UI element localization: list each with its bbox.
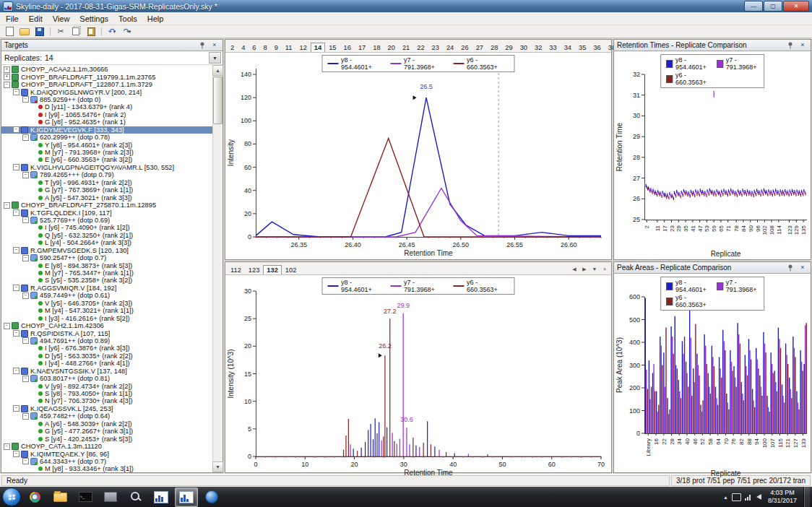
tree-transition-row[interactable]: I [y6] - 676.3876+ (rank 3[3]) <box>1 344 212 352</box>
tree-precursor-row[interactable]: −494.7691++ (dotp 0.89) <box>1 337 212 344</box>
tab-scroll-right-icon[interactable]: ▶ <box>580 265 589 273</box>
tree-transition-row[interactable]: M [y4] - 547.3021+ (rank 1[1]) <box>1 307 212 314</box>
tree-transition-row[interactable]: T [y9] - 996.4931+ (rank 2[2]) <box>1 179 212 186</box>
new-document-button[interactable] <box>3 26 16 37</box>
collapse-box-icon[interactable]: − <box>22 96 29 103</box>
tree-precursor-row[interactable]: −620.2999++ (dotp 0.78) <box>1 134 212 141</box>
peak-areas-body[interactable]: y8 - 954.4601+y7 - 791.3968+y6 - 660.356… <box>614 274 811 472</box>
tree-transition-row[interactable]: G [y7] - 767.3869+ (rank 1[1]) <box>1 186 212 194</box>
collapse-box-icon[interactable]: − <box>22 413 29 420</box>
replicate-tab-34[interactable]: 34 <box>561 43 575 52</box>
tree-transition-row[interactable]: V [y5] - 646.3705+ (rank 2[3]) <box>1 300 212 307</box>
taskbar-chrome[interactable] <box>23 488 46 507</box>
display-icon[interactable] <box>732 493 741 501</box>
collapse-box-icon[interactable]: − <box>13 89 20 95</box>
tab-scroll-left-icon[interactable]: ◀ <box>570 265 579 273</box>
tree-precursor-row[interactable]: −789.4265+++ (dotp 0.79) <box>1 171 212 178</box>
pin-icon[interactable] <box>197 41 207 50</box>
taskbar-skyline-1[interactable] <box>150 488 173 507</box>
replicate-tab-18[interactable]: 18 <box>369 43 384 52</box>
collapse-box-icon[interactable]: − <box>22 134 29 141</box>
close-panel-icon[interactable]: × <box>210 41 220 50</box>
tree-protein-row[interactable]: −CHOYP_CAH2.1.1m.42306 <box>1 322 212 329</box>
tree-transition-row[interactable]: Y [y8] - 954.4601+ (rank 2[3]) <box>1 141 212 148</box>
collapse-box-icon[interactable]: − <box>22 172 29 178</box>
tree-peptide-row[interactable]: −R.GMPEMVSGEDK.S [120, 130] <box>1 247 212 254</box>
tree-peptide-row[interactable]: −K.NAEVSNTGSSIK.V [137, 148] <box>1 368 212 375</box>
chevron-down-icon[interactable]: ▼ <box>209 52 221 64</box>
replicate-tab-6[interactable]: 6 <box>249 43 259 52</box>
collapse-box-icon[interactable]: − <box>22 458 29 464</box>
tree-transition-row[interactable]: G [y8] - 952.4635+ (rank 1) <box>1 118 212 126</box>
tree-transition-row[interactable]: I [y9] - 1065.5476+ (rank 2) <box>1 111 212 118</box>
taskbar-explorer[interactable] <box>48 488 72 507</box>
bottom-chromatogram-chart[interactable]: 010203040506070051015202530Retention Tim… <box>225 275 610 478</box>
collapse-box-icon[interactable]: − <box>13 405 20 412</box>
replicate-tab-123[interactable]: 123 <box>245 265 264 274</box>
collapse-box-icon[interactable]: − <box>4 323 10 329</box>
tree-transition-row[interactable]: L [y4] - 504.2664+ (rank 3[3]) <box>1 239 212 246</box>
taskbar-browser[interactable] <box>200 488 223 507</box>
collapse-box-icon[interactable]: − <box>4 443 10 450</box>
menu-tools[interactable]: Tools <box>113 14 142 24</box>
collapse-box-icon[interactable]: − <box>22 292 29 299</box>
replicate-tab-9[interactable]: 9 <box>271 43 282 52</box>
tree-transition-row[interactable]: Q [y5] - 632.3250+ (rank 2[1]) <box>1 232 212 239</box>
replicate-tab-27[interactable]: 27 <box>472 43 487 52</box>
replicate-tab-112[interactable]: 112 <box>227 265 245 274</box>
replicate-tab-16[interactable]: 16 <box>340 43 355 52</box>
cut-button[interactable]: ✂ <box>54 26 67 37</box>
tree-peptide-row[interactable]: −K.DAIQDYIGSLNWGYR.V [200, 214] <box>1 88 212 95</box>
bottom-chromatogram-body[interactable]: y8 - 954.4601+y7 - 791.3968+y6 - 660.356… <box>225 275 611 472</box>
pin-icon[interactable] <box>785 41 795 50</box>
volume-icon[interactable] <box>756 494 761 500</box>
collapse-box-icon[interactable]: − <box>13 126 20 133</box>
tree-peptide-row[interactable]: −R.AGGSVMIQR.V [184, 192] <box>1 285 212 292</box>
tree-transition-row[interactable]: N [y7] - 706.3730+ (rank 4[3]) <box>1 397 212 404</box>
replicate-tab-2[interactable]: 2 <box>227 43 238 52</box>
replicate-tab-33[interactable]: 33 <box>545 43 560 52</box>
menu-settings[interactable]: Settings <box>74 14 113 24</box>
minimize-button[interactable]: — <box>744 1 763 12</box>
collapse-box-icon[interactable]: − <box>4 82 10 88</box>
tree-transition-row[interactable]: G [y5] - 477.2667+ (rank 3[1]) <box>1 428 212 435</box>
tree-transition-row[interactable]: D [y11] - 1343.6379+ (rank 4) <box>1 103 212 110</box>
collapse-box-icon[interactable]: − <box>13 285 20 291</box>
paste-button[interactable] <box>85 26 98 37</box>
replicate-tab-23[interactable]: 23 <box>428 43 443 52</box>
tree-transition-row[interactable]: E [y6] - 660.3563+ (rank 3[2]) <box>1 156 212 163</box>
scroll-up-icon[interactable]: ▲ <box>212 65 223 76</box>
save-button[interactable] <box>33 26 46 37</box>
tree-transition-row[interactable]: I [y3] - 416.2616+ (rank 5[2]) <box>1 314 212 321</box>
open-button[interactable] <box>18 26 31 37</box>
tree-transition-row[interactable]: A [y6] - 548.3039+ (rank 2[2]) <box>1 420 212 428</box>
replicate-tab-4[interactable]: 4 <box>238 43 249 52</box>
tree-protein-row[interactable]: −CHOYP_CATA.1.3m.11120 <box>1 443 212 450</box>
replicate-tab-29[interactable]: 29 <box>501 43 516 52</box>
tree-precursor-row[interactable]: −603.8017++ (dotp 0.81) <box>1 375 212 382</box>
collapse-box-icon[interactable]: − <box>22 376 29 382</box>
tree-precursor-row[interactable]: −459.7449++ (dotp 0.61) <box>1 292 212 299</box>
tree-peptide-row[interactable]: −K.IQEAGSSVK.L [245, 253] <box>1 405 212 412</box>
tree-precursor-row[interactable]: −525.7769++ (dotp 0.69) <box>1 217 212 224</box>
tree-transition-row[interactable]: I [y4] - 448.2766+ (rank 4[1]) <box>1 360 212 367</box>
collapse-box-icon[interactable]: − <box>13 368 20 374</box>
replicate-tab-20[interactable]: 20 <box>384 43 399 52</box>
menu-file[interactable]: File <box>1 14 24 24</box>
collapse-box-icon[interactable]: − <box>22 217 29 223</box>
close-panel-icon[interactable]: × <box>798 41 808 50</box>
top-chromatogram-chart[interactable]: 26.3526.4026.4526.5026.5526.600204060801… <box>225 53 610 259</box>
replicate-tab-8[interactable]: 8 <box>260 43 271 52</box>
replicate-tab-36[interactable]: 36 <box>589 43 604 52</box>
redo-button[interactable]: ↷▾ <box>121 26 134 37</box>
collapse-box-icon[interactable]: − <box>13 247 20 254</box>
replicate-tab-15[interactable]: 15 <box>325 43 340 52</box>
replicate-tab-132[interactable]: 132 <box>263 265 282 274</box>
replicate-tab-12[interactable]: 12 <box>296 43 311 52</box>
tree-transition-row[interactable]: M [y7] - 765.3447+ (rank 1[1]) <box>1 269 212 277</box>
replicate-tab-24[interactable]: 24 <box>443 43 457 52</box>
tree-transition-row[interactable]: S [y8] - 793.4050+ (rank 1[1]) <box>1 390 212 397</box>
replicate-tab-26[interactable]: 26 <box>457 43 472 52</box>
menu-edit[interactable]: Edit <box>24 14 48 24</box>
collapse-box-icon[interactable]: − <box>13 451 20 457</box>
